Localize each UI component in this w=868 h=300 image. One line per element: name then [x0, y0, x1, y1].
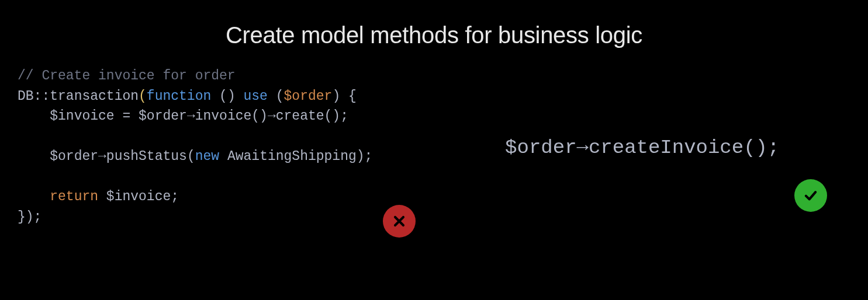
code-token: ;: [171, 189, 179, 204]
code-arrow: →: [187, 109, 195, 124]
code-arrow: →: [98, 149, 106, 164]
bad-example-panel: // Create invoice for order DB::transact…: [18, 66, 434, 227]
code-variable: $order: [505, 137, 576, 159]
code-class: AwaitingShipping: [227, 149, 357, 164]
check-icon: [803, 187, 819, 204]
code-token: [98, 189, 106, 204]
code-keyword: use: [244, 89, 268, 104]
slide-title: Create model methods for business logic: [0, 0, 868, 66]
cross-icon: [391, 213, 407, 229]
code-token: DB: [18, 89, 34, 104]
code-keyword: function: [147, 89, 211, 104]
bad-code-block: // Create invoice for order DB::transact…: [18, 66, 434, 227]
good-example-panel: $order→createInvoice();: [434, 66, 851, 229]
code-paren: (: [276, 89, 284, 104]
code-paren: ): [332, 89, 340, 104]
code-token: [268, 89, 276, 104]
code-variable: $order: [284, 89, 333, 104]
code-indent: [18, 109, 50, 124]
content-container: // Create invoice for order DB::transact…: [0, 66, 868, 229]
bad-badge: [383, 205, 416, 238]
code-token: transaction: [50, 89, 139, 104]
code-indent: [18, 149, 50, 164]
code-variable: $order: [50, 149, 98, 164]
code-brace: {: [340, 89, 357, 104]
code-arrow: →: [577, 137, 589, 159]
code-keyword: return: [50, 189, 98, 204]
code-token: [219, 149, 227, 164]
code-token: invoice(): [195, 109, 268, 124]
code-token: =: [115, 109, 139, 124]
code-token: );: [357, 149, 373, 164]
code-paren: (: [139, 89, 147, 104]
code-indent: [18, 189, 50, 204]
good-badge: [794, 179, 827, 212]
code-token: (): [211, 89, 235, 104]
code-arrow: →: [268, 109, 276, 124]
code-token: pushStatus(: [106, 149, 195, 164]
good-code-block: $order→createInvoice();: [505, 133, 779, 163]
code-variable: $invoice: [50, 109, 114, 124]
code-token: });: [18, 210, 42, 225]
code-token: [236, 89, 244, 104]
code-token: ::: [34, 89, 50, 104]
code-keyword: new: [195, 149, 219, 164]
code-comment: // Create invoice for order: [18, 68, 236, 83]
code-variable: $order: [139, 109, 187, 124]
code-token: create();: [276, 109, 348, 124]
code-token: createInvoice();: [589, 137, 779, 159]
code-variable: $invoice: [106, 189, 171, 204]
